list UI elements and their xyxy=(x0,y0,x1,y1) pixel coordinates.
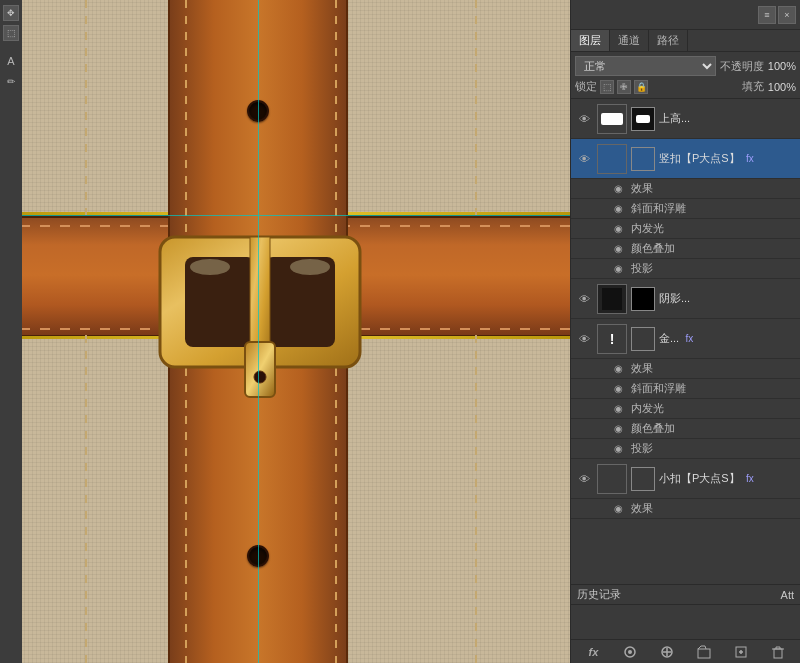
layer-info-jin: 金... fx xyxy=(659,331,796,346)
effect-item-shuko-root[interactable]: ◉ 效果 xyxy=(571,179,800,199)
toolbar-move-tool[interactable]: ✥ xyxy=(3,5,19,21)
svg-point-7 xyxy=(290,259,330,275)
fill-value: 100% xyxy=(768,81,796,93)
layer-fx-shuko: fx xyxy=(746,153,754,164)
effect-item-shuko-color[interactable]: ◉ 颜色叠加 xyxy=(571,239,800,259)
layer-name-jin: 金... xyxy=(659,332,679,344)
canvas-area: ✥ ⬚ A ✏ xyxy=(0,0,570,663)
layer-info-shuko: 竖扣【P大点S】 fx xyxy=(659,151,796,166)
effect-item-jin-glow[interactable]: ◉ 内发光 xyxy=(571,399,800,419)
new-adjustment-btn[interactable] xyxy=(657,643,677,661)
layer-item-shang[interactable]: 👁 上高... xyxy=(571,99,800,139)
effect-name-glow: 内发光 xyxy=(631,221,664,236)
left-toolbar: ✥ ⬚ A ✏ xyxy=(0,0,22,663)
layer-mask-thumb-shang xyxy=(631,107,655,131)
layer-eye-shuko[interactable]: 👁 xyxy=(575,150,593,168)
effect-item-shuko-glow[interactable]: ◉ 内发光 xyxy=(571,219,800,239)
layer-thumb-jin: ! xyxy=(597,324,627,354)
effect-eye-xiaokuo-0[interactable]: ◉ xyxy=(611,502,625,516)
toolbar-path-tool[interactable]: ✏ xyxy=(3,73,19,89)
tab-paths[interactable]: 路径 xyxy=(649,30,688,51)
layer-item-jin[interactable]: 👁 ! 金... fx xyxy=(571,319,800,359)
effect-eye-0[interactable]: ◉ xyxy=(611,182,625,196)
toolbar-select-tool[interactable]: ⬚ xyxy=(3,25,19,41)
lock-position-btn[interactable]: ✙ xyxy=(617,80,631,94)
guide-vertical xyxy=(258,0,259,663)
effect-item-shuko-bevel[interactable]: ◉ 斜面和浮雕 xyxy=(571,199,800,219)
effect-name-0: 效果 xyxy=(631,181,653,196)
effect-item-shuko-shadow[interactable]: ◉ 投影 xyxy=(571,259,800,279)
layer-item-xiaokuo[interactable]: 👁 小扣【P大点S】 fx xyxy=(571,459,800,499)
layer-thumb-shang xyxy=(597,104,627,134)
blend-mode-select[interactable]: 正常 溶解 xyxy=(575,56,716,76)
tab-channels[interactable]: 通道 xyxy=(610,30,649,51)
effect-eye-shadow[interactable]: ◉ xyxy=(611,262,625,276)
panel-tabs: 图层 通道 路径 xyxy=(571,30,800,52)
layer-name-yinying: 阴影... xyxy=(659,292,690,304)
layer-eye-jin[interactable]: 👁 xyxy=(575,330,593,348)
effect-eye-jin-bevel[interactable]: ◉ xyxy=(611,382,625,396)
fabric-stitch-v-right-bottom xyxy=(475,335,477,663)
panel-close-btn[interactable]: × xyxy=(778,6,796,24)
svg-rect-4 xyxy=(245,342,275,397)
lock-pixel-btn[interactable]: ⬚ xyxy=(600,80,614,94)
effect-item-jin-root[interactable]: ◉ 效果 xyxy=(571,359,800,379)
layer-info-yinying: 阴影... xyxy=(659,291,796,306)
toolbar-text-tool[interactable]: A xyxy=(3,53,19,69)
svg-rect-17 xyxy=(774,649,782,658)
layer-mask-jin xyxy=(631,327,655,351)
layer-fx-xiaokuo: fx xyxy=(746,473,754,484)
fabric-stitch-v-left-bottom xyxy=(85,335,87,663)
new-group-btn[interactable] xyxy=(694,643,714,661)
effect-eye-color[interactable]: ◉ xyxy=(611,242,625,256)
layer-thumb-shuko xyxy=(597,144,627,174)
lock-row: 锁定 ⬚ ✙ 🔒 填充 100% xyxy=(575,79,796,94)
fx-button[interactable]: fx xyxy=(583,643,603,661)
layer-mask-xiaokuo xyxy=(631,467,655,491)
svg-point-9 xyxy=(628,650,632,654)
effect-item-jin-bevel[interactable]: ◉ 斜面和浮雕 xyxy=(571,379,800,399)
effect-eye-glow[interactable]: ◉ xyxy=(611,222,625,236)
opacity-value: 100% xyxy=(768,60,796,72)
layer-eye-shang[interactable]: 👁 xyxy=(575,110,593,128)
effect-name-jin-bevel: 斜面和浮雕 xyxy=(631,381,686,396)
layers-bottom-bar: fx xyxy=(571,639,800,663)
opacity-label: 不透明度 xyxy=(720,59,764,74)
effect-item-xiaokuo-root[interactable]: ◉ 效果 xyxy=(571,499,800,519)
layer-info-shang: 上高... xyxy=(659,111,796,126)
layer-thumb-yinying xyxy=(597,284,627,314)
app-container: ✥ ⬚ A ✏ ≡ × 图层 通道 路径 正常 溶解 不透 xyxy=(0,0,800,663)
add-layer-mask-btn[interactable] xyxy=(620,643,640,661)
effect-eye-jin-0[interactable]: ◉ xyxy=(611,362,625,376)
excl-icon: ! xyxy=(610,331,615,347)
new-layer-btn[interactable] xyxy=(731,643,751,661)
layer-name-shuko: 竖扣【P大点S】 xyxy=(659,152,740,164)
effect-name-jin-color: 颜色叠加 xyxy=(631,421,675,436)
layers-list[interactable]: 👁 上高... 👁 xyxy=(571,99,800,584)
history-header: 历史记录 Att xyxy=(571,585,800,605)
delete-layer-btn[interactable] xyxy=(768,643,788,661)
att-label: Att xyxy=(781,589,794,601)
effect-eye-jin-shadow[interactable]: ◉ xyxy=(611,442,625,456)
effect-item-jin-color[interactable]: ◉ 颜色叠加 xyxy=(571,419,800,439)
layer-info-xiaokuo: 小扣【P大点S】 fx xyxy=(659,471,796,486)
layer-eye-yinying[interactable]: 👁 xyxy=(575,290,593,308)
top-icon-bar: ≡ × xyxy=(571,0,800,30)
lock-all-btn[interactable]: 🔒 xyxy=(634,80,648,94)
effect-name-jin-0: 效果 xyxy=(631,361,653,376)
effect-eye-jin-glow[interactable]: ◉ xyxy=(611,402,625,416)
layer-name-shang: 上高... xyxy=(659,112,690,124)
effect-eye-jin-color[interactable]: ◉ xyxy=(611,422,625,436)
effect-eye-bevel[interactable]: ◉ xyxy=(611,202,625,216)
layer-eye-xiaokuo[interactable]: 👁 xyxy=(575,470,593,488)
layer-item-shuko[interactable]: 👁 竖扣【P大点S】 fx xyxy=(571,139,800,179)
layer-mask-yinying xyxy=(631,287,655,311)
bottom-panel: 历史记录 Att xyxy=(571,584,800,639)
effect-name-color: 颜色叠加 xyxy=(631,241,675,256)
panel-menu-btn[interactable]: ≡ xyxy=(758,6,776,24)
blend-mode-row: 正常 溶解 不透明度 100% xyxy=(575,56,796,76)
effect-name-shadow: 投影 xyxy=(631,261,653,276)
layer-item-yinying[interactable]: 👁 阴影... xyxy=(571,279,800,319)
effect-item-jin-shadow[interactable]: ◉ 投影 xyxy=(571,439,800,459)
tab-layers[interactable]: 图层 xyxy=(571,30,610,51)
